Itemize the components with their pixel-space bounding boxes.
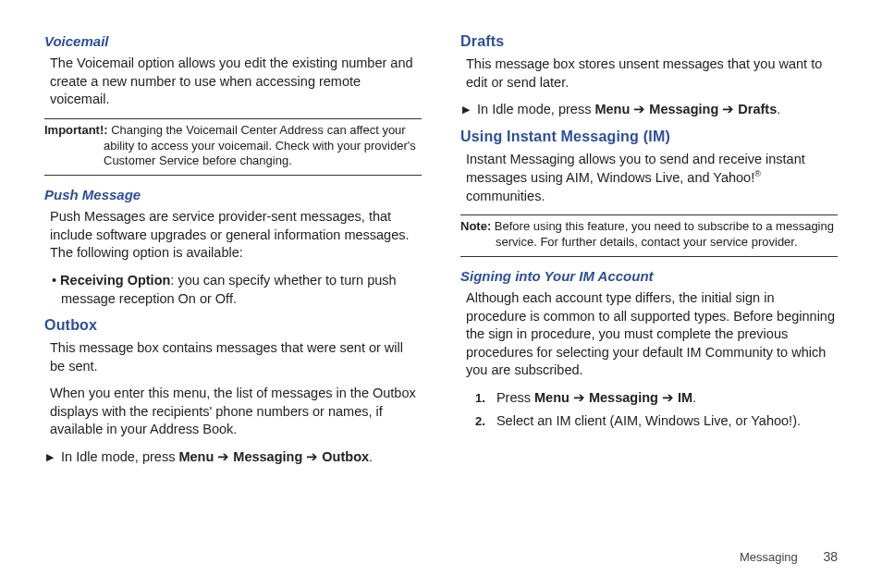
important-label: Important!: bbox=[44, 123, 108, 137]
heading-outbox: Outbox bbox=[44, 317, 422, 334]
outbox-step: ▶ In Idle mode, press Menu ➔ Messaging ➔… bbox=[44, 448, 422, 467]
heading-push-message: Push Message bbox=[44, 187, 422, 202]
important-text: Changing the Voicemail Center Address ca… bbox=[104, 123, 416, 168]
two-column-layout: Voicemail The Voicemail option allows yo… bbox=[44, 33, 838, 476]
outbox-step-prefix: In Idle mode, press bbox=[61, 449, 178, 464]
bullet-dot-icon: • bbox=[52, 273, 56, 288]
registered-icon: ® bbox=[754, 169, 761, 178]
drafts-label: Drafts bbox=[738, 102, 777, 116]
push-body: Push Messages are service provider-sent … bbox=[44, 208, 422, 263]
triangle-icon: ▶ bbox=[46, 451, 54, 462]
arrow-icon: ➔ bbox=[217, 449, 229, 464]
step2-text: Select an IM client (AIM, Windows Live, … bbox=[496, 413, 801, 428]
signin-step-1: 1. Press Menu ➔ Messaging ➔ IM. bbox=[460, 389, 838, 408]
arrow-icon: ➔ bbox=[633, 102, 645, 116]
im-body-b: communities. bbox=[466, 189, 545, 203]
receiving-option-label: Receiving Option bbox=[60, 273, 170, 288]
voicemail-body: The Voicemail option allows you edit the… bbox=[44, 55, 422, 109]
arrow-icon: ➔ bbox=[573, 390, 585, 405]
outbox-p2: When you enter this menu, the list of me… bbox=[44, 385, 422, 439]
important-note: Important!: Changing the Voicemail Cente… bbox=[44, 118, 422, 177]
heading-instant-messaging: Using Instant Messaging (IM) bbox=[460, 129, 838, 145]
messaging-label: Messaging bbox=[589, 390, 658, 405]
messaging-label: Messaging bbox=[233, 449, 302, 464]
im-label: IM bbox=[678, 390, 692, 405]
step-number-1: 1. bbox=[475, 391, 485, 405]
heading-drafts: Drafts bbox=[460, 33, 838, 50]
menu-label: Menu bbox=[594, 102, 630, 116]
im-note: Note: Before using this feature, you nee… bbox=[460, 214, 838, 257]
im-body-a: Instant Messaging allows you to send and… bbox=[466, 152, 805, 185]
heading-signing-in: Signing into Your IM Account bbox=[460, 268, 838, 284]
outbox-label: Outbox bbox=[322, 449, 369, 464]
note-label: Note: bbox=[460, 219, 491, 233]
drafts-body: This message box stores unsent messages … bbox=[460, 55, 838, 92]
push-bullet: • Receiving Option: you can specify whet… bbox=[44, 272, 422, 308]
signin-step-2: 2. Select an IM client (AIM, Windows Liv… bbox=[460, 412, 838, 431]
signin-body: Although each account type differs, the … bbox=[460, 289, 838, 380]
step-number-2: 2. bbox=[475, 414, 485, 428]
im-body: Instant Messaging allows you to send and… bbox=[460, 151, 838, 206]
heading-voicemail: Voicemail bbox=[44, 33, 422, 49]
arrow-icon: ➔ bbox=[722, 102, 734, 116]
arrow-icon: ➔ bbox=[662, 390, 674, 405]
drafts-step-prefix: In Idle mode, press bbox=[477, 102, 594, 116]
drafts-step: ▶ In Idle mode, press Menu ➔ Messaging ➔… bbox=[460, 101, 838, 119]
triangle-icon: ▶ bbox=[462, 104, 470, 115]
outbox-p1: This message box contains messages that … bbox=[44, 339, 422, 375]
step1-prefix: Press bbox=[496, 390, 534, 405]
menu-label: Menu bbox=[178, 449, 214, 464]
left-column: Voicemail The Voicemail option allows yo… bbox=[44, 33, 422, 476]
page-footer: Messaging 38 bbox=[740, 549, 838, 564]
footer-section: Messaging bbox=[740, 550, 798, 564]
messaging-label: Messaging bbox=[649, 102, 718, 116]
note-text: Before using this feature, you need to s… bbox=[495, 219, 834, 249]
page-number: 38 bbox=[823, 549, 838, 564]
arrow-icon: ➔ bbox=[306, 449, 318, 464]
menu-label: Menu bbox=[534, 390, 570, 405]
right-column: Drafts This message box stores unsent me… bbox=[460, 33, 838, 476]
